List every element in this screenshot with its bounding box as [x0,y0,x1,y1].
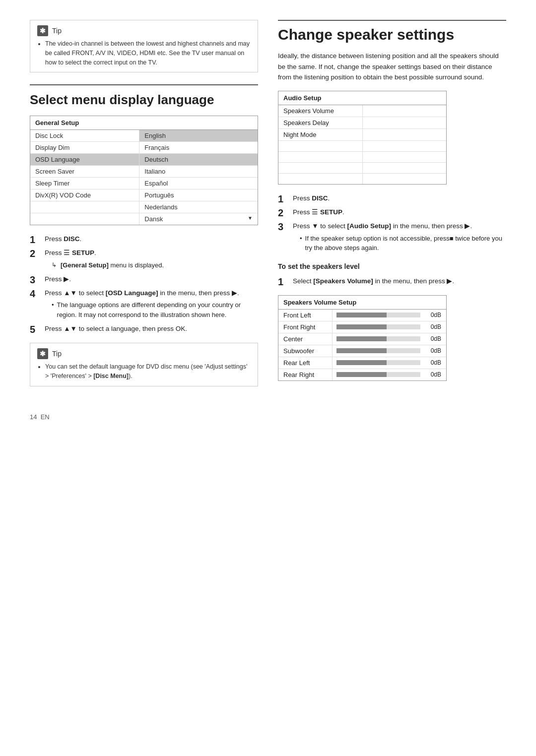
cell-disc-lock: Disc Lock [30,130,139,142]
page-lang: EN [41,413,50,421]
cell-divx: DivX(R) VOD Code [30,189,139,201]
dropdown-arrow: ▼ [248,215,253,221]
bar-fr [336,324,420,329]
page-layout: ✱ Tip The video-in channel is between th… [30,20,506,398]
cell-display-dim: Display Dim [30,142,139,154]
table-row: Center 0dB [278,333,446,345]
cell-fr-bar [332,321,424,333]
cell-center: Center [278,333,332,345]
table-row-empty [278,140,446,151]
arrow-icon: ↳ [52,260,57,270]
bullet-icon: • [52,300,54,319]
cell-nm-val [362,128,446,140]
cell-empty-g [278,173,362,184]
cell-empty-d [362,151,446,162]
step-num-4: 4 [30,288,40,299]
cell-espanol: Español [139,178,258,189]
step-2-sub: ↳ [General Setup] menu is displayed. [45,260,258,270]
step-4-sub: • The language options are different dep… [45,300,258,319]
table-row: Screen Saver Italiano [30,166,258,178]
tip-box-2: ✱ Tip You can set the default language f… [30,343,258,386]
page-footer: 14 EN [30,413,506,421]
table-row: Speakers Volume [278,105,446,117]
bar-rr [336,372,420,377]
tip-text-2: You can set the default language for DVD… [45,362,251,381]
bar-fill-c [336,336,387,341]
right-step-1: 1 Press DISC. [278,193,506,204]
section-divider-left [30,84,258,85]
bar-fill-rl [336,360,387,365]
step-num-3: 3 [30,274,40,285]
step-2-sub-text: [General Setup] menu is displayed. [61,260,164,270]
tip-box-1: ✱ Tip The video-in channel is between th… [30,20,258,72]
cell-subwoofer: Subwoofer [278,345,332,357]
cell-c-db: 0dB [424,333,446,345]
cell-osd-language: OSD Language [30,154,139,166]
tip-icon-2: ✱ [37,348,48,359]
right-step-3: 3 Press ▼ to select [Audio Setup] in the… [278,221,506,254]
step-content-2: Press ☰ SETUP. ↳ [General Setup] menu is… [45,248,258,271]
step-content-5: Press ▲▼ to select a language, then pres… [45,324,258,334]
cell-empty-2 [30,213,139,225]
audio-setup-header: Audio Setup [278,91,446,105]
cell-fl-db: 0dB [424,310,446,321]
step-5: 5 Press ▲▼ to select a language, then pr… [30,324,258,335]
audio-setup-table: Audio Setup Speakers Volume Speakers Del… [278,91,447,185]
right-step-3-text: If the speaker setup option is not acces… [305,234,506,253]
step-num-2: 2 [30,248,40,259]
step-num-1: 1 [30,234,40,245]
table-row: Dansk ▼ [30,213,258,225]
cell-empty-c [278,151,362,162]
cell-empty-a [278,140,362,151]
tip-header-2: ✱ Tip [37,348,251,359]
tip-title-1: Tip [52,27,62,35]
table-row: Subwoofer 0dB [278,345,446,357]
step-3: 3 Press ▶. [30,274,258,285]
cell-dansk: Dansk ▼ [139,213,258,225]
step-4-sub-text: The language options are different depen… [57,300,258,319]
bar-fill-fr [336,324,387,329]
table-row: Front Left 0dB [278,310,446,321]
tip-content-1: The video-in channel is between the lowe… [37,39,251,67]
cell-rr-db: 0dB [424,369,446,380]
speakers-volume-rows: Front Left 0dB Front Right [278,310,446,380]
bar-c [336,336,420,341]
table-row: Sleep Timer Español [30,178,258,189]
cell-rear-right: Rear Right [278,369,332,380]
right-step-3-bullet: • If the speaker setup option is not acc… [300,234,506,253]
bar-fill-sub [336,348,387,353]
right-step-3-sub: • If the speaker setup option is not acc… [293,234,506,253]
audio-setup-rows: Speakers Volume Speakers Delay Night Mod… [278,105,446,185]
table-row: Rear Left 0dB [278,357,446,369]
cell-francais: Français [139,142,258,154]
step-content-1: Press DISC. [45,234,258,244]
table-row: Front Right 0dB [278,321,446,333]
cell-empty-b [362,140,446,151]
cell-deutsch: Deutsch [139,154,258,166]
sv-step-num-1: 1 [278,276,288,287]
cell-front-right: Front Right [278,321,332,333]
table-row: Speakers Delay [278,117,446,128]
subsection-title: To set the speakers level [278,262,506,270]
tip-icon-1: ✱ [37,25,48,36]
step-1: 1 Press DISC. [30,234,258,245]
cell-rr-bar [332,369,424,380]
step-2: 2 Press ☰ SETUP. ↳ [General Setup] menu … [30,248,258,271]
intro-text: Ideally, the distance between listening … [278,51,506,83]
cell-fl-bar [332,310,424,321]
cell-screen-saver: Screen Saver [30,166,139,178]
step-num-5: 5 [30,324,40,335]
general-setup-table: General Setup Disc Lock English Display … [30,116,258,225]
right-step-content-2: Press ☰ SETUP. [293,207,506,217]
speakers-volume-header: Speakers Volume Setup [278,296,446,310]
cell-sub-db: 0dB [424,345,446,357]
right-step-content-1: Press DISC. [293,193,506,203]
table-row: Disc Lock English [30,130,258,142]
right-step-num-1: 1 [278,193,288,204]
general-setup-header: General Setup [30,116,258,130]
cell-empty-f [362,162,446,173]
page-number: 14 [30,413,37,421]
cell-empty-e [278,162,362,173]
bar-fill-rr [336,372,387,377]
select-language-title: Select menu display language [30,92,258,108]
